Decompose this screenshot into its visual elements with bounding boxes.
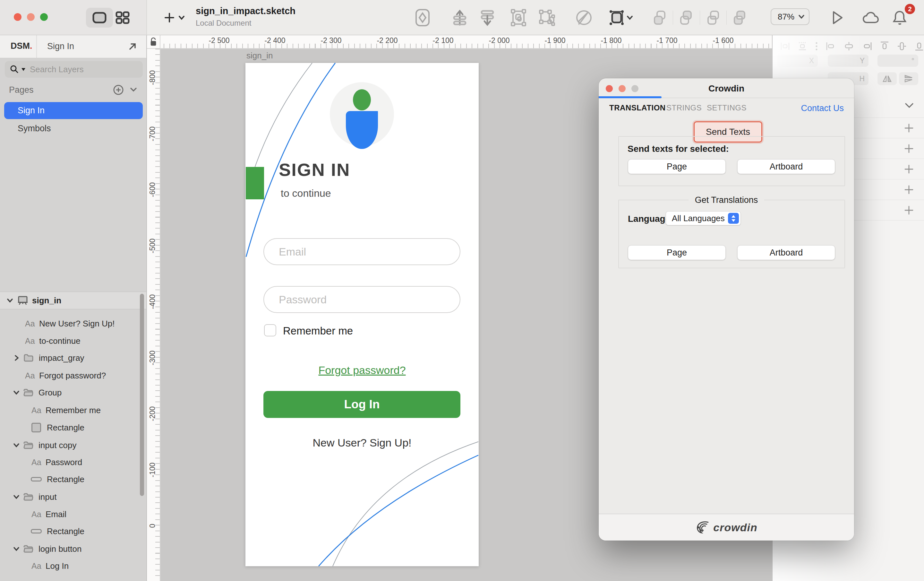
boolean-subtract-button[interactable] — [677, 10, 695, 26]
layer-row-folder[interactable]: input copy — [0, 437, 146, 454]
distribute-horizontal-icon[interactable] — [780, 41, 790, 51]
layer-row-text[interactable]: AaEmail — [0, 506, 146, 523]
symbol-button[interactable] — [414, 10, 432, 26]
artboard-title[interactable]: sign_in — [246, 51, 273, 61]
tab-current-page[interactable]: Sign In — [47, 41, 74, 51]
edit-shape-button[interactable] — [575, 10, 593, 26]
distribute-vertical-icon[interactable] — [798, 41, 807, 51]
detach-panel-button[interactable] — [128, 42, 137, 51]
cloud-icon — [862, 12, 879, 24]
zoom-window-button[interactable] — [40, 13, 48, 21]
layer-row-folder[interactable]: login button — [0, 540, 146, 558]
layer-row-text[interactable]: AaForgot password? — [0, 367, 146, 384]
zoom-level-dropdown[interactable]: 87% — [771, 8, 810, 25]
get-artboard-button[interactable]: Artboard — [737, 245, 835, 260]
minimize-window-button[interactable] — [27, 13, 35, 21]
chevron-down-icon[interactable] — [13, 443, 19, 447]
align-right-icon[interactable] — [862, 41, 872, 51]
layer-row-text[interactable]: AaLog In — [0, 557, 146, 574]
add-style-button[interactable] — [903, 122, 914, 134]
group-button[interactable] — [510, 10, 528, 26]
layer-row-artboard-root[interactable]: sign_in — [0, 291, 146, 310]
move-backward-button[interactable] — [478, 10, 496, 26]
layer-row-shape[interactable]: Rectangle — [0, 419, 146, 436]
search-layers-input[interactable]: Search Layers — [5, 61, 143, 78]
tab-translation[interactable]: TRANSLATION — [609, 103, 666, 113]
ruler-lock-corner[interactable] — [147, 35, 160, 49]
flip-horizontal-button[interactable] — [878, 72, 897, 85]
page-item-sign-in[interactable]: Sign In — [4, 102, 143, 119]
layer-row-text[interactable]: AaNew User? Sign Up! — [0, 315, 146, 332]
grid-view-button[interactable] — [114, 10, 132, 26]
layer-row-shape[interactable]: Rectangle — [0, 470, 146, 488]
contact-us-link[interactable]: Contact Us — [801, 103, 844, 113]
move-forward-button[interactable] — [451, 10, 469, 26]
ruler-label: -1 700 — [648, 36, 686, 45]
layer-list-scrollbar[interactable] — [140, 294, 144, 496]
artboard-sign-in[interactable]: SIGN IN to continue Remember me Forgot p… — [246, 63, 478, 566]
send-page-button[interactable]: Page — [628, 159, 726, 174]
remember-me-checkbox[interactable] — [264, 324, 276, 336]
artboard-menu-chevron[interactable] — [624, 10, 635, 26]
get-page-button[interactable]: Page — [628, 245, 726, 260]
page-item-symbols[interactable]: Symbols — [4, 121, 143, 136]
close-window-button[interactable] — [14, 13, 21, 21]
align-center-horizontal-icon[interactable] — [844, 41, 854, 51]
log-in-button[interactable]: Log In — [263, 391, 460, 418]
boolean-difference-button[interactable] — [731, 10, 749, 26]
chevron-down-icon[interactable] — [13, 495, 19, 499]
layer-row-folder[interactable]: input — [0, 488, 146, 506]
insert-menu-chevron[interactable] — [176, 10, 187, 26]
notification-badge: 2 — [905, 4, 915, 14]
x-position-field[interactable]: X — [777, 55, 818, 67]
chevron-down-icon[interactable] — [7, 298, 13, 303]
tab-dsm[interactable]: DSM. — [11, 41, 32, 51]
crowdin-logo-icon — [695, 520, 710, 535]
forgot-password-link[interactable]: Forgot password? — [246, 364, 478, 377]
layer-label: sign_in — [32, 296, 61, 306]
chevron-down-icon[interactable] — [13, 391, 19, 395]
flip-vertical-button[interactable] — [899, 72, 918, 85]
add-blur-button[interactable] — [903, 205, 914, 216]
layer-row-text[interactable]: AaPassword — [0, 454, 146, 471]
section-collapse-chevron[interactable] — [905, 103, 914, 108]
add-page-button[interactable] — [113, 84, 124, 95]
rotation-field[interactable]: ° — [878, 55, 918, 67]
language-select[interactable]: All Languages — [666, 211, 741, 225]
sign-up-link[interactable]: New User? Sign Up! — [246, 437, 478, 449]
insert-artboard-button[interactable] — [608, 10, 625, 26]
align-left-icon[interactable] — [826, 41, 836, 51]
chevron-down-icon[interactable] — [13, 547, 19, 551]
align-bottom-icon[interactable] — [914, 41, 924, 51]
rounded-rect-layer-icon — [31, 477, 42, 482]
chevron-right-icon[interactable] — [15, 355, 19, 361]
add-shadow-button[interactable] — [903, 184, 914, 195]
preview-button[interactable] — [828, 10, 846, 26]
ruler-label: -2 300 — [312, 36, 350, 45]
send-artboard-button[interactable]: Artboard — [737, 159, 835, 174]
add-fill-button[interactable] — [903, 143, 914, 154]
add-border-button[interactable] — [903, 164, 914, 175]
dialog-titlebar[interactable]: Crowdin — [599, 78, 854, 98]
tab-settings[interactable]: SETTINGS — [707, 103, 747, 113]
tab-strings[interactable]: STRINGS — [667, 103, 702, 113]
password-field[interactable] — [263, 286, 460, 313]
more-options-icon[interactable] — [815, 41, 818, 51]
y-position-field[interactable]: Y — [828, 55, 868, 67]
boolean-intersect-button[interactable] — [704, 10, 722, 26]
play-icon — [831, 10, 844, 25]
align-middle-vertical-icon[interactable] — [897, 41, 907, 51]
layer-row-folder[interactable]: impact_gray — [0, 349, 146, 367]
layer-row-shape[interactable]: Rectangle — [0, 523, 146, 540]
pages-collapse-chevron[interactable] — [130, 87, 137, 92]
layer-row-text[interactable]: Aato-continue — [0, 332, 146, 349]
boolean-union-button[interactable] — [651, 10, 668, 26]
align-top-icon[interactable] — [880, 41, 889, 51]
cloud-button[interactable] — [862, 10, 880, 26]
artboard-frame-icon — [608, 9, 625, 26]
email-field[interactable] — [263, 238, 460, 265]
canvas-view-toggle[interactable] — [86, 8, 113, 28]
layer-row-text[interactable]: AaRemember me — [0, 402, 146, 419]
ungroup-button[interactable] — [538, 10, 556, 26]
layer-row-folder[interactable]: Group — [0, 384, 146, 401]
